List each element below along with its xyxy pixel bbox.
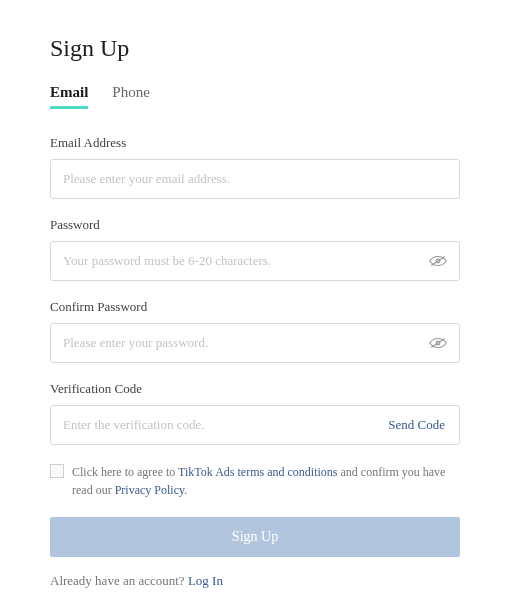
agreement-suffix: .: [184, 483, 187, 497]
confirm-password-label: Confirm Password: [50, 299, 460, 315]
agreement-prefix: Click here to agree to: [72, 465, 178, 479]
confirm-password-input[interactable]: [51, 325, 417, 361]
password-label: Password: [50, 217, 460, 233]
agreement-row: Click here to agree to TikTok Ads terms …: [50, 463, 460, 499]
page-title: Sign Up: [50, 35, 460, 62]
verification-input-wrapper: Send Code: [50, 405, 460, 445]
confirm-password-input-wrapper: [50, 323, 460, 363]
email-field-group: Email Address: [50, 135, 460, 199]
terms-link[interactable]: TikTok Ads terms and conditions: [178, 465, 337, 479]
email-input-wrapper: [50, 159, 460, 199]
privacy-link[interactable]: Privacy Policy: [115, 483, 185, 497]
signup-button[interactable]: Sign Up: [50, 517, 460, 557]
verification-input[interactable]: [51, 407, 374, 443]
verification-label: Verification Code: [50, 381, 460, 397]
login-link[interactable]: Log In: [188, 573, 223, 588]
password-input[interactable]: [51, 243, 417, 279]
agreement-checkbox[interactable]: [50, 464, 64, 478]
login-prompt: Already have an account? Log In: [50, 573, 460, 589]
password-input-wrapper: [50, 241, 460, 281]
email-input[interactable]: [51, 161, 459, 197]
confirm-password-visibility-toggle-icon[interactable]: [417, 336, 459, 350]
email-label: Email Address: [50, 135, 460, 151]
send-code-button[interactable]: Send Code: [374, 417, 459, 433]
tab-email[interactable]: Email: [50, 84, 88, 107]
agreement-text: Click here to agree to TikTok Ads terms …: [72, 463, 460, 499]
signup-tabs: Email Phone: [50, 84, 460, 107]
login-prompt-text: Already have an account?: [50, 573, 188, 588]
verification-field-group: Verification Code Send Code: [50, 381, 460, 445]
password-visibility-toggle-icon[interactable]: [417, 254, 459, 268]
tab-phone[interactable]: Phone: [112, 84, 150, 107]
confirm-password-field-group: Confirm Password: [50, 299, 460, 363]
password-field-group: Password: [50, 217, 460, 281]
